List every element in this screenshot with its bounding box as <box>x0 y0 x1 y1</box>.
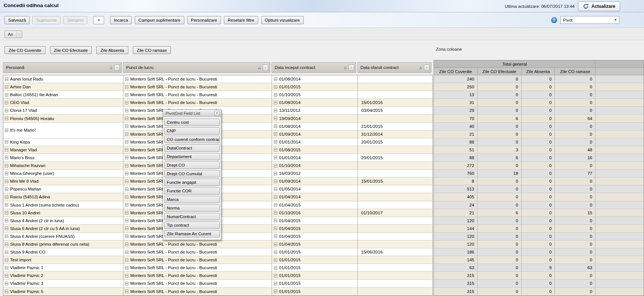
value-cell[interactable]: 0 <box>522 217 555 225</box>
value-cell[interactable]: 513 <box>434 185 478 193</box>
value-cell[interactable]: 0 <box>522 225 555 233</box>
refresh-button[interactable]: Actualizare <box>578 1 620 11</box>
value-cell[interactable]: 0 <box>478 162 522 170</box>
value-cell[interactable]: 70 <box>434 114 478 122</box>
value-cell[interactable]: 63 <box>434 264 478 272</box>
collapse-icon[interactable] <box>5 156 8 159</box>
collapse-icon[interactable] <box>5 180 8 183</box>
help-icon[interactable]: ? <box>551 17 557 23</box>
contract-start-cell[interactable]: 01/01/2015 <box>272 264 358 272</box>
person-cell[interactable]: Minca Gheorghe (user) <box>3 170 124 177</box>
collapse-icon[interactable] <box>5 211 8 214</box>
collapse-icon[interactable] <box>5 117 8 120</box>
value-cell[interactable]: 88 <box>434 154 478 162</box>
collapse-icon[interactable] <box>125 234 128 238</box>
collapse-icon[interactable] <box>125 164 128 167</box>
value-cell[interactable]: 144 <box>434 225 478 233</box>
value-cell[interactable]: 0 <box>478 123 522 130</box>
value-cell[interactable]: 0 <box>555 233 595 240</box>
value-cell[interactable]: 0 <box>522 201 555 209</box>
contract-end-cell[interactable] <box>358 114 432 122</box>
collapse-icon[interactable] <box>274 164 277 167</box>
collapse-icon[interactable] <box>125 219 128 222</box>
value-cell[interactable]: 0 <box>522 146 555 154</box>
value-cell[interactable]: 186 <box>434 248 478 256</box>
collapse-icon[interactable] <box>5 219 8 222</box>
person-cell[interactable]: Vladimir Paznic 5 <box>3 288 124 296</box>
collapse-icon[interactable] <box>5 85 8 89</box>
customize-button[interactable]: Personalizare <box>187 16 221 24</box>
location-cell[interactable]: Montero Soft SRL - Punct de lucru - Bucu… <box>124 99 272 107</box>
value-cell[interactable]: 0 <box>478 264 522 272</box>
person-cell[interactable]: Manager Vlad <box>3 146 124 154</box>
value-cell[interactable]: 0 <box>478 91 522 99</box>
value-cell[interactable]: 8 <box>434 177 478 185</box>
value-cell[interactable]: 0 <box>555 185 595 193</box>
location-cell[interactable]: Montero Soft SRL - Punct de lucru - Bucu… <box>124 83 272 91</box>
value-cell[interactable]: 0 <box>555 75 595 83</box>
value-cell[interactable]: 315 <box>434 288 478 296</box>
value-cell[interactable]: 0 <box>555 280 595 287</box>
value-cell[interactable]: 0 <box>478 201 522 209</box>
location-cell[interactable]: Montero Soft SRL - Punct de lucru - Bucu… <box>124 272 272 280</box>
contract-start-cell[interactable]: 01/01/2015 <box>272 272 358 280</box>
contract-start-cell[interactable]: 19/09/2014 <box>272 114 358 122</box>
collapse-icon[interactable] <box>5 195 8 199</box>
filter-field-an[interactable]: An ▼ <box>4 31 22 38</box>
value-cell[interactable]: 145 <box>434 256 478 264</box>
collapse-icon[interactable] <box>5 93 8 97</box>
contract-end-cell[interactable]: 21/01/2015 <box>358 123 432 130</box>
person-cell[interactable]: King Kopa <box>3 138 124 146</box>
collapse-icon[interactable] <box>274 195 277 199</box>
contract-start-cell[interactable]: 01/05/2014 <box>272 185 358 193</box>
person-cell[interactable]: It's me Mario! <box>3 123 124 138</box>
contract-end-cell[interactable] <box>358 91 432 99</box>
contract-start-cell[interactable]: 01/09/2014 <box>272 130 358 138</box>
person-cell[interactable]: CEO Vlad <box>3 99 124 107</box>
value-cell[interactable]: 13 <box>434 91 478 99</box>
value-cell[interactable]: 0 <box>478 185 522 193</box>
person-cell[interactable]: Test Import <box>3 256 124 264</box>
contract-end-cell[interactable]: 31/12/2014 <box>358 130 432 138</box>
collapse-icon[interactable] <box>274 219 277 222</box>
contract-end-cell[interactable] <box>358 272 432 280</box>
contract-end-cell[interactable] <box>358 162 432 170</box>
person-cell[interactable]: Floroiu (54505) Horatiu <box>3 114 124 122</box>
filter-dropdown-button[interactable]: ▼ <box>263 64 268 71</box>
contract-end-cell[interactable] <box>358 185 432 193</box>
collapse-icon[interactable] <box>5 203 8 207</box>
contract-end-cell[interactable] <box>358 288 432 296</box>
value-cell[interactable]: 6 <box>478 209 522 217</box>
contract-end-cell[interactable] <box>358 225 432 233</box>
collapse-icon[interactable] <box>125 251 128 254</box>
contract-end-cell[interactable]: 15/01/2015 <box>358 177 432 185</box>
value-cell[interactable]: 0 <box>555 107 595 114</box>
value-cell[interactable]: 0 <box>478 193 522 201</box>
contract-start-cell[interactable]: 01/04/2015 <box>272 217 358 225</box>
value-cell[interactable]: 0 <box>478 130 522 138</box>
value-cell[interactable]: 120 <box>434 233 478 240</box>
value-cell[interactable]: 0 <box>522 233 555 240</box>
value-cell[interactable]: 0 <box>555 225 595 233</box>
value-cell[interactable]: 0 <box>522 177 555 185</box>
total-general-header[interactable]: Total general <box>434 60 595 67</box>
field-list-item-drept-co-cumulat[interactable]: Drept CO Cumulat <box>164 170 220 177</box>
value-cell[interactable]: 0 <box>555 162 595 170</box>
filter-dropdown-button[interactable]: ▼ <box>424 64 429 71</box>
collapse-icon[interactable] <box>125 195 128 199</box>
value-cell[interactable]: 0 <box>522 272 555 280</box>
contract-start-cell[interactable]: 01/01/2015 <box>272 280 358 287</box>
collapse-icon[interactable] <box>125 243 128 246</box>
collapse-icon[interactable] <box>125 258 128 262</box>
value-cell[interactable]: 0 <box>522 288 555 296</box>
column-header-persoana[interactable]: Persoană△▼ <box>3 62 122 73</box>
collapse-icon[interactable] <box>5 140 8 144</box>
saved-views-dropdown-button[interactable]: ▼ <box>93 16 104 24</box>
contract-start-cell[interactable]: 01/01/2015 <box>272 83 358 91</box>
contract-end-cell[interactable] <box>358 256 432 264</box>
collapse-icon[interactable] <box>125 290 128 293</box>
contract-end-cell[interactable]: 20/01/2015 <box>358 154 432 162</box>
contract-start-cell[interactable]: 01/04/2015 <box>272 201 358 209</box>
collapse-icon[interactable] <box>274 156 277 159</box>
collapse-icon[interactable] <box>125 274 128 277</box>
